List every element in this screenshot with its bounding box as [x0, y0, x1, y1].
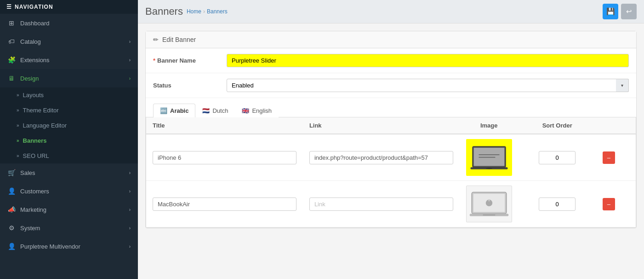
sort-cell-1 — [519, 134, 596, 181]
action-cell-1: – — [596, 134, 636, 181]
sidebar-item-extensions[interactable]: 🧩 Extensions › — [0, 51, 138, 69]
breadcrumb: Home › Banners — [187, 8, 228, 15]
nav-header-label: NAVIGATION — [15, 4, 53, 10]
sidebar-item-layouts[interactable]: » Layouts — [0, 87, 138, 103]
back-icon: ↩ — [626, 7, 632, 16]
status-select[interactable]: Enabled Disabled — [227, 79, 629, 92]
sidebar-item-marketing[interactable]: 📣 Marketing › — [0, 200, 138, 219]
sidebar-item-theme-editor[interactable]: » Theme Editor — [0, 103, 138, 118]
sidebar-item-seo-url[interactable]: » SEO URL — [0, 148, 138, 163]
table-row: – — [146, 134, 636, 181]
sidebar-item-customers[interactable]: 👤 Customers › — [0, 182, 138, 200]
save-button[interactable]: 💾 — [603, 4, 618, 19]
title-input-1[interactable] — [153, 151, 296, 164]
image-thumb-2[interactable] — [466, 186, 512, 222]
sidebar-label-design: Design — [20, 75, 39, 82]
tab-arabic[interactable]: 🔤 Arabic — [153, 104, 195, 117]
banners-table: Title Link Image Sort Order — [146, 117, 636, 227]
breadcrumb-home[interactable]: Home — [187, 8, 201, 15]
status-label: Status — [153, 82, 227, 89]
marketing-icon: 📣 — [7, 206, 16, 213]
status-group: Status Enabled Disabled ▾ — [146, 73, 636, 98]
sidebar-item-sales[interactable]: 🛒 Sales › — [0, 163, 138, 182]
tab-english-label: English — [252, 107, 272, 114]
pencil-icon: ✏ — [153, 36, 159, 43]
sub-arrow-icon: » — [17, 93, 19, 98]
link-input-1[interactable] — [309, 151, 453, 164]
design-submenu: » Layouts » Theme Editor » Language Edit… — [0, 87, 138, 163]
sidebar-label-purpletree: Purpletree Multivendor — [20, 243, 80, 250]
hamburger-icon: ☰ — [6, 4, 12, 10]
english-flag-icon: 🇬🇧 — [242, 107, 249, 114]
status-select-wrap: Enabled Disabled ▾ — [227, 79, 629, 92]
required-asterisk: * — [153, 57, 155, 64]
sidebar-label-theme-editor: Theme Editor — [23, 107, 59, 114]
chevron-right-icon6: › — [129, 207, 131, 212]
title-cell-1 — [146, 134, 303, 181]
sidebar-label-extensions: Extensions — [20, 57, 50, 64]
sidebar-item-catalog[interactable]: 🏷 Catalog › — [0, 32, 138, 51]
system-icon: ⚙ — [7, 224, 16, 232]
laptop-image-1 — [468, 143, 510, 172]
banner-name-group: * Banner Name — [146, 48, 636, 73]
extensions-icon: 🧩 — [7, 56, 16, 64]
sidebar-item-banners[interactable]: » Banners — [0, 133, 138, 148]
link-cell-2 — [303, 181, 460, 227]
catalog-icon: 🏷 — [7, 38, 16, 45]
sidebar: ☰ NAVIGATION ⊞ Dashboard 🏷 Catalog › 🧩 E… — [0, 0, 138, 279]
sidebar-label-catalog: Catalog — [20, 38, 41, 45]
content-area: ✏ Edit Banner * Banner Name Status Enabl… — [138, 23, 644, 279]
link-input-2[interactable] — [309, 198, 453, 211]
tab-dutch[interactable]: 🇳🇱 Dutch — [195, 104, 235, 117]
title-input-2[interactable] — [153, 198, 296, 211]
sidebar-label-sales: Sales — [20, 169, 35, 176]
card-header: ✏ Edit Banner — [146, 31, 636, 48]
sidebar-item-system[interactable]: ⚙ System › — [0, 219, 138, 237]
back-button[interactable]: ↩ — [621, 4, 637, 19]
chevron-right-icon3: › — [129, 76, 131, 81]
page-title: Banners — [145, 6, 183, 17]
topbar: Banners Home › Banners 💾 ↩ — [138, 0, 644, 23]
save-icon: 💾 — [606, 7, 615, 16]
main-content: Banners Home › Banners 💾 ↩ ✏ Edit Banner — [138, 0, 644, 279]
sidebar-label-language-editor: Language Editor — [23, 122, 67, 129]
sub-arrow-icon5: » — [17, 153, 19, 158]
action-cell-2: – — [596, 181, 636, 227]
sidebar-item-purpletree[interactable]: 👤 Purpletree Multivendor › — [0, 237, 138, 256]
col-image: Image — [460, 117, 519, 134]
nav-header: ☰ NAVIGATION — [0, 0, 138, 14]
edit-banner-card: ✏ Edit Banner * Banner Name Status Enabl… — [145, 31, 637, 228]
banners-table-wrap: Title Link Image Sort Order — [146, 117, 636, 228]
breadcrumb-current[interactable]: Banners — [207, 8, 228, 15]
link-cell-1 — [303, 134, 460, 181]
sort-input-1[interactable] — [539, 151, 576, 164]
sidebar-item-design[interactable]: 🖥 Design › — [0, 69, 138, 87]
sidebar-label-marketing: Marketing — [20, 206, 46, 213]
image-thumb-1[interactable] — [466, 139, 512, 176]
chevron-right-icon8: › — [129, 244, 131, 249]
dashboard-icon: ⊞ — [7, 19, 16, 27]
dutch-flag-icon: 🇳🇱 — [202, 107, 210, 114]
remove-button-2[interactable]: – — [603, 198, 615, 210]
tab-arabic-label: Arabic — [170, 107, 188, 114]
svg-rect-9 — [483, 215, 495, 215]
language-tabs: 🔤 Arabic 🇳🇱 Dutch 🇬🇧 English — [146, 98, 636, 117]
sales-icon: 🛒 — [7, 169, 16, 176]
table-header-row: Title Link Image Sort Order — [146, 117, 636, 134]
table-row: – — [146, 181, 636, 227]
col-sort: Sort Order — [519, 117, 596, 134]
title-cell-2 — [146, 181, 303, 227]
sidebar-label-system: System — [20, 225, 40, 232]
sidebar-label-customers: Customers — [20, 188, 49, 195]
sidebar-label-dashboard: Dashboard — [20, 20, 50, 27]
tab-english[interactable]: 🇬🇧 English — [235, 104, 279, 117]
banner-name-input[interactable] — [227, 54, 629, 67]
tab-dutch-label: Dutch — [212, 107, 228, 114]
sort-input-2[interactable] — [539, 198, 576, 211]
svg-rect-11 — [488, 199, 490, 201]
edit-banner-title: Edit Banner — [162, 36, 196, 43]
chevron-right-icon5: › — [129, 189, 131, 194]
sidebar-item-dashboard[interactable]: ⊞ Dashboard — [0, 14, 138, 32]
sidebar-item-language-editor[interactable]: » Language Editor — [0, 118, 138, 133]
remove-button-1[interactable]: – — [603, 151, 615, 164]
